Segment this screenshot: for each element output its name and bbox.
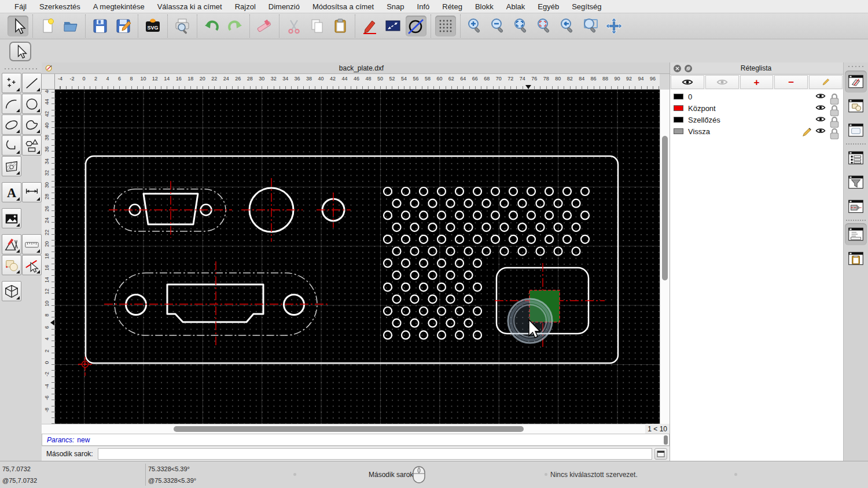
paste-button[interactable]: [330, 16, 351, 36]
tool-image-button[interactable]: [2, 208, 21, 228]
menu-v-lassza-ki-a-c-met[interactable]: Válassza ki a címet: [151, 2, 229, 11]
zoom-selected-button[interactable]: [534, 16, 555, 36]
palette-drag-handle[interactable]: [3, 67, 38, 71]
layer-lock-icon[interactable]: [829, 127, 840, 135]
menu-f-jl[interactable]: Fájl: [8, 2, 33, 11]
h-scroll-thumb[interactable]: [174, 426, 524, 432]
select-arrow-button[interactable]: [8, 16, 28, 36]
drawing-canvas[interactable]: [55, 90, 660, 424]
tool-ellipse-button[interactable]: [2, 114, 21, 135]
menu-blokk[interactable]: Blokk: [469, 2, 500, 11]
select-tool-button[interactable]: [9, 42, 31, 61]
command-history-scrollbar[interactable]: [664, 435, 668, 445]
undo-button[interactable]: [201, 16, 222, 36]
menu-a-megtekint-se[interactable]: A megtekintése: [87, 2, 151, 11]
menu-ablak[interactable]: Ablak: [500, 2, 532, 11]
tool-modify-button[interactable]: [2, 234, 21, 254]
grid-toggle-button[interactable]: [435, 16, 456, 36]
redo-button[interactable]: [225, 16, 245, 36]
tool-arc-button[interactable]: [2, 94, 21, 114]
distance-button[interactable]: [382, 16, 403, 36]
section-dock-toggle[interactable]: [845, 195, 867, 217]
tool-polyline-button[interactable]: [2, 135, 21, 156]
layer-row-szell-z-s[interactable]: Szellőzés: [670, 114, 843, 125]
save-as-button[interactable]: [113, 16, 134, 36]
copy-button[interactable]: [307, 16, 328, 36]
hide-all-eye-button[interactable]: [705, 75, 739, 89]
print-preview-button[interactable]: [172, 16, 193, 36]
menu-rajzol[interactable]: Rajzol: [229, 2, 262, 11]
draft-mode-button[interactable]: [406, 16, 426, 36]
menu-r-teg[interactable]: Réteg: [436, 2, 469, 11]
zoom-auto-button[interactable]: [511, 16, 532, 36]
v-ruler-number: 42: [44, 109, 50, 119]
command-dock-toggle[interactable]: [845, 223, 867, 245]
menu-szerkeszt-s[interactable]: Szerkesztés: [33, 2, 87, 11]
layer-color-swatch[interactable]: [674, 128, 683, 134]
layer-lock-icon[interactable]: [829, 104, 840, 112]
layer-color-swatch[interactable]: [674, 105, 683, 111]
v-scroll-thumb[interactable]: [662, 136, 668, 280]
show-all-eye-button[interactable]: [671, 75, 704, 89]
remove-layer-button[interactable]: −: [774, 75, 808, 89]
add-layer-button[interactable]: +: [740, 75, 774, 89]
command-input[interactable]: [98, 448, 652, 460]
layer-visibility-icon[interactable]: [815, 104, 826, 112]
filter-dock-toggle[interactable]: [845, 171, 867, 193]
clipboard-dock-toggle[interactable]: [845, 247, 867, 269]
menu-seg-ts-g[interactable]: Segítség: [565, 2, 608, 11]
layer-color-swatch[interactable]: [674, 117, 683, 123]
menu-m-dos-tsa-a-c-met[interactable]: Módosítsa a címet: [306, 2, 380, 11]
save-button[interactable]: [90, 16, 111, 36]
h-ruler-number: 6: [118, 76, 121, 82]
tool-order-button[interactable]: [2, 255, 21, 275]
layer-row-vissza[interactable]: Vissza: [670, 125, 843, 137]
blocks-dock-toggle[interactable]: [845, 95, 867, 117]
document-title-bar[interactable]: back_plate.dxf: [42, 62, 670, 74]
layer-visibility-icon[interactable]: [815, 93, 826, 101]
tool-polygon-button[interactable]: [22, 135, 42, 156]
tool-circle-button[interactable]: [22, 94, 42, 114]
menu-snap[interactable]: Snap: [380, 2, 410, 11]
zoom-in-button[interactable]: [465, 16, 486, 36]
layer-row-0[interactable]: 0: [670, 91, 843, 102]
new-file-button[interactable]: [37, 16, 58, 36]
layer-visibility-icon[interactable]: [815, 116, 826, 124]
edit-layer-button[interactable]: [809, 75, 843, 89]
draw-pencil-button[interactable]: [359, 16, 380, 36]
layer-row-k-zpont[interactable]: Központ: [670, 102, 843, 114]
vertical-scrollbar[interactable]: [660, 90, 670, 424]
menu-inf[interactable]: Infó: [411, 2, 436, 11]
tool-hatch-button[interactable]: [2, 156, 21, 176]
horizontal-scrollbar[interactable]: [42, 424, 645, 434]
tool-text-button[interactable]: A: [2, 182, 21, 202]
tool-spline-button[interactable]: [22, 114, 42, 135]
menu-egy-b[interactable]: Egyéb: [531, 2, 565, 11]
open-folder-button[interactable]: [60, 16, 81, 36]
close-panel-button[interactable]: [674, 65, 681, 72]
cut-button[interactable]: [284, 16, 304, 36]
menu-dimenzi[interactable]: Dimenzió: [262, 2, 306, 11]
zoom-window-button[interactable]: [580, 16, 601, 36]
tool-line-button[interactable]: [22, 73, 42, 93]
float-panel-button[interactable]: [685, 65, 692, 72]
library-dock-toggle[interactable]: [845, 119, 867, 141]
list-dock-toggle[interactable]: [845, 147, 867, 169]
svg-export-button[interactable]: SVG: [142, 16, 163, 36]
layer-color-swatch[interactable]: [674, 94, 683, 99]
tool-box3d-button[interactable]: [2, 281, 21, 301]
layer-lock-icon[interactable]: [829, 116, 840, 124]
dock-drag-handle[interactable]: [847, 65, 865, 68]
zoom-previous-button[interactable]: [557, 16, 578, 36]
tool-measure-button[interactable]: [22, 234, 42, 254]
layer-visibility-icon[interactable]: [815, 127, 826, 135]
zoom-pan-button[interactable]: [604, 16, 624, 36]
eraser-button[interactable]: [254, 16, 275, 36]
tool-points-button[interactable]: [2, 73, 21, 93]
tool-dimension-button[interactable]: [22, 182, 42, 202]
layers-dock-toggle[interactable]: [845, 71, 867, 93]
command-options-button[interactable]: [654, 448, 667, 460]
zoom-out-button[interactable]: [488, 16, 509, 36]
tool-select-line-button[interactable]: [22, 255, 42, 275]
layer-lock-icon[interactable]: [829, 93, 840, 101]
